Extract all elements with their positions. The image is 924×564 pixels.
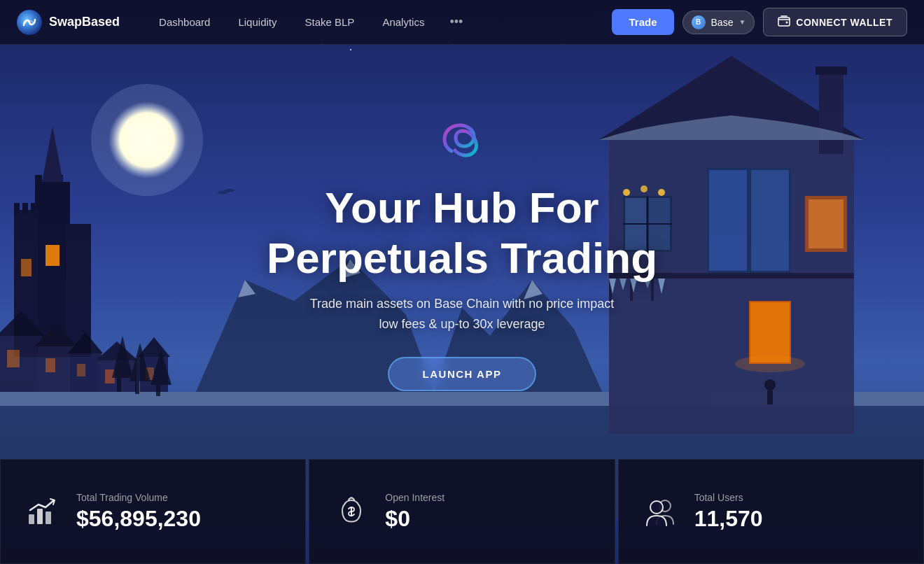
hero-subtitle: Trade main assets on Base Chain with no … — [310, 294, 615, 334]
stat-info-open-interest: Open Interest $0 — [385, 492, 444, 532]
brand-logo-icon — [17, 10, 42, 35]
connect-wallet-button[interactable]: CONNECT WALLET — [763, 8, 907, 36]
hero-title-line2: Perpetuals Trading — [267, 234, 657, 282]
hero-logo — [430, 106, 493, 171]
network-icon: B — [692, 15, 706, 29]
nav-right: Trade B Base ▼ CONNECT WALLET — [612, 8, 907, 36]
chevron-down-icon: ▼ — [738, 18, 746, 26]
nav-more-button[interactable]: ••• — [441, 9, 471, 35]
stat-value-open-interest: $0 — [385, 506, 444, 532]
users-icon — [641, 492, 680, 531]
network-selector[interactable]: B Base ▼ — [682, 10, 755, 34]
nav-link-dashboard[interactable]: Dashboard — [148, 10, 221, 34]
navbar: SwapBased Dashboard Liquidity Stake BLP … — [0, 0, 924, 45]
svg-rect-92 — [37, 509, 43, 524]
stat-label-trading-volume: Total Trading Volume — [76, 492, 201, 503]
launch-app-button[interactable]: LAUNCH APP — [388, 357, 537, 391]
trade-button[interactable]: Trade — [612, 9, 673, 35]
hero-logo-icon — [430, 106, 493, 169]
nav-links: Dashboard Liquidity Stake BLP Analytics … — [148, 9, 612, 35]
svg-rect-91 — [29, 514, 34, 524]
chart-bar-icon — [23, 492, 62, 531]
stat-value-total-users: 11,570 — [694, 506, 763, 532]
stat-card-trading-volume: Total Trading Volume $56,895,230 — [0, 459, 306, 564]
svg-point-95 — [650, 501, 663, 514]
network-label: Base — [711, 17, 734, 28]
brand-name: SwapBased — [49, 15, 120, 29]
money-bag-icon — [332, 492, 371, 531]
wallet-icon — [778, 15, 790, 29]
hero-subtitle-line1: Trade main assets on Base Chain with no … — [310, 297, 615, 311]
svg-rect-93 — [46, 512, 51, 524]
nav-link-analytics[interactable]: Analytics — [371, 10, 435, 34]
stat-label-open-interest: Open Interest — [385, 492, 444, 503]
stat-info-total-users: Total Users 11,570 — [694, 492, 763, 532]
stats-bar: Total Trading Volume $56,895,230 Open In… — [0, 459, 924, 564]
svg-point-2 — [786, 22, 788, 24]
stat-info-trading-volume: Total Trading Volume $56,895,230 — [76, 492, 201, 532]
hero-title: Your Hub For Perpetuals Trading — [267, 183, 657, 283]
stat-label-total-users: Total Users — [694, 492, 763, 503]
stat-value-trading-volume: $56,895,230 — [76, 506, 201, 532]
svg-rect-1 — [778, 17, 790, 26]
stat-card-open-interest: Open Interest $0 — [309, 459, 615, 564]
nav-link-stake-blp[interactable]: Stake BLP — [293, 10, 365, 34]
hero-subtitle-line2: low fees & up-to 30x leverage — [379, 317, 545, 331]
logo-section[interactable]: SwapBased — [17, 10, 120, 35]
nav-link-liquidity[interactable]: Liquidity — [227, 10, 288, 34]
connect-wallet-label: CONNECT WALLET — [796, 17, 892, 28]
hero-title-line1: Your Hub For — [325, 183, 598, 232]
stat-card-total-users: Total Users 11,570 — [618, 459, 924, 564]
